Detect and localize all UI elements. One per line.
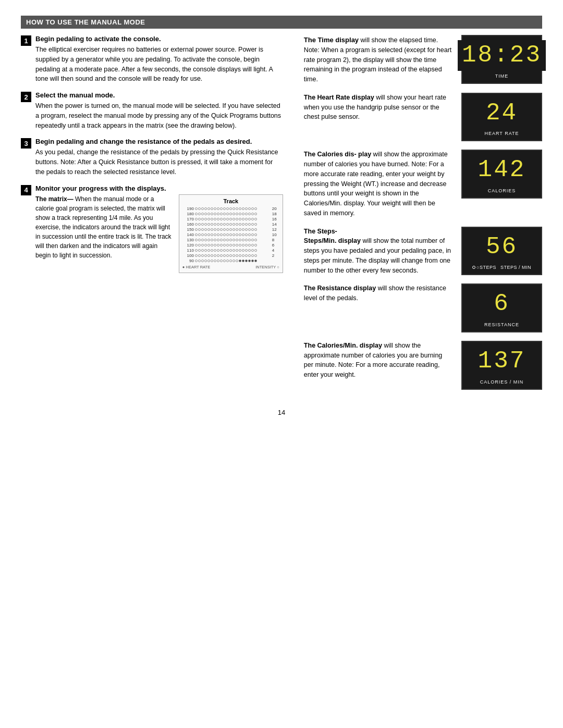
- matrix-dot: [207, 233, 210, 236]
- matrix-dot: [245, 233, 248, 236]
- step-num-4: 4: [21, 185, 31, 195]
- matrix-dot: [232, 213, 235, 215]
- matrix-dot: [211, 213, 213, 215]
- matrix-dot: [251, 228, 254, 231]
- matrix-image: Track 1902018018170161601415012140101308…: [179, 194, 283, 273]
- matrix-dot: [195, 213, 198, 215]
- matrix-dot: [251, 218, 254, 220]
- matrix-row: 1104: [182, 248, 279, 253]
- matrix-dot: [254, 213, 257, 215]
- matrix-dot: [226, 249, 229, 252]
- matrix-dot: [220, 207, 223, 210]
- matrix-dot: [207, 260, 210, 262]
- matrix-dot: [251, 233, 254, 236]
- calories-display-text: The Calories dis- play will show the app…: [304, 150, 453, 218]
- matrix-dot: [239, 228, 241, 231]
- matrix-dot: [232, 218, 235, 220]
- matrix-dot: [242, 218, 244, 220]
- matrix-dot: [220, 223, 223, 226]
- matrix-dot: [195, 244, 198, 246]
- heart-rate-display-label: HEART RATE: [484, 131, 519, 136]
- step-4-title: Monitor your progress with the displays.: [35, 184, 283, 192]
- matrix-dot: [236, 233, 238, 236]
- matrix-dot: [254, 218, 257, 220]
- resistance-display-section: The Resistance display will show the res…: [304, 283, 542, 332]
- heart-rate-display-text: The Heart Rate display will show your he…: [304, 93, 453, 122]
- matrix-dot: [198, 254, 201, 257]
- calories-display-box: 142 CALORIES: [461, 150, 542, 199]
- matrix-dot: [223, 239, 226, 241]
- matrix-dot: [254, 249, 257, 252]
- matrix-dot: [223, 218, 226, 220]
- matrix-dot: [223, 228, 226, 231]
- calories-display-label: CALORIES: [488, 188, 516, 193]
- step-3-body: As you pedal, change the resistance of t…: [35, 147, 283, 177]
- calories-min-display-label: CALORIES / MIN: [480, 379, 524, 385]
- matrix-dot: [236, 228, 238, 231]
- time-display-box: 18:23 TIME: [461, 35, 542, 84]
- matrix-dot: [254, 228, 257, 231]
- matrix-dot: [248, 239, 251, 241]
- steps-display-section: The Steps- Steps/Min. display will show …: [304, 227, 542, 276]
- matrix-dot: [245, 213, 248, 215]
- resistance-display-value: 6: [489, 289, 514, 319]
- step-num-2: 2: [21, 92, 31, 102]
- matrix-footer-left: ● HEART RATE: [182, 265, 210, 269]
- matrix-row: 17016: [182, 217, 279, 221]
- matrix-dot: [198, 233, 201, 236]
- matrix-dot: [195, 233, 198, 236]
- matrix-dot: [254, 260, 257, 262]
- calories-min-display-value: 137: [474, 346, 530, 377]
- steps-display-title: The Steps-: [304, 228, 337, 235]
- matrix-dot: [239, 233, 241, 236]
- matrix-dot: [229, 218, 232, 220]
- matrix-dot: [201, 260, 204, 262]
- matrix-dot: [251, 213, 254, 215]
- steps-display-value: 56: [482, 232, 522, 263]
- matrix-dot: [207, 228, 210, 231]
- matrix-dot: [204, 260, 207, 262]
- heart-rate-display-box: 24 HEART RATE: [461, 93, 542, 142]
- matrix-dot: [217, 228, 219, 231]
- step-1-title: Begin pedaling to activate the console.: [35, 35, 283, 43]
- step-2: 2 Select the manual mode. When the power…: [21, 91, 283, 130]
- calories-min-display-title: The Calories/Min.: [304, 342, 358, 349]
- matrix-dot: [201, 254, 204, 257]
- time-display-text: The Time display will show the elapsed t…: [304, 35, 453, 84]
- matrix-dot: [226, 244, 229, 246]
- matrix-dot: [214, 207, 216, 210]
- right-column: The Time display will show the elapsed t…: [304, 35, 542, 398]
- steps-display-box: 56 ○STEPS STEPS / MIN: [461, 227, 542, 276]
- matrix-dot: [211, 223, 213, 226]
- matrix-dot: [207, 223, 210, 226]
- matrix-label-text: The matrix—: [35, 195, 74, 203]
- step-num-1: 1: [21, 35, 31, 46]
- matrix-dot: [251, 207, 254, 210]
- matrix-dot: [214, 249, 216, 252]
- step-3-content: Begin pedaling and change the resistance…: [35, 138, 283, 177]
- matrix-dot: [245, 249, 248, 252]
- matrix-dot: [251, 223, 254, 226]
- step-4: 4 Monitor your progress with the display…: [21, 184, 283, 278]
- matrix-dot: [211, 228, 213, 231]
- matrix-dot: [201, 207, 204, 210]
- matrix-dot: [236, 244, 238, 246]
- matrix-grid: 1902018018170161601415012140101308120611…: [182, 206, 279, 263]
- matrix-dot: [211, 254, 213, 257]
- steps-circle: [472, 266, 475, 269]
- step-1: 1 Begin pedaling to activate the console…: [21, 35, 283, 84]
- matrix-dot: [223, 223, 226, 226]
- step-3: 3 Begin pedaling and change the resistan…: [21, 138, 283, 177]
- matrix-dot: [198, 260, 201, 262]
- matrix-dot: [248, 249, 251, 252]
- matrix-footer-right: INTENSITY ○: [255, 265, 279, 269]
- matrix-dot: [226, 260, 229, 262]
- matrix-dot: [211, 244, 213, 246]
- matrix-dot: [201, 213, 204, 215]
- matrix-dot: [248, 223, 251, 226]
- matrix-dot: [204, 207, 207, 210]
- matrix-row: 90: [182, 258, 279, 263]
- calories-min-display-section: The Calories/Min. display will show the …: [304, 341, 542, 390]
- matrix-dot: [245, 239, 248, 241]
- matrix-dot: [198, 207, 201, 210]
